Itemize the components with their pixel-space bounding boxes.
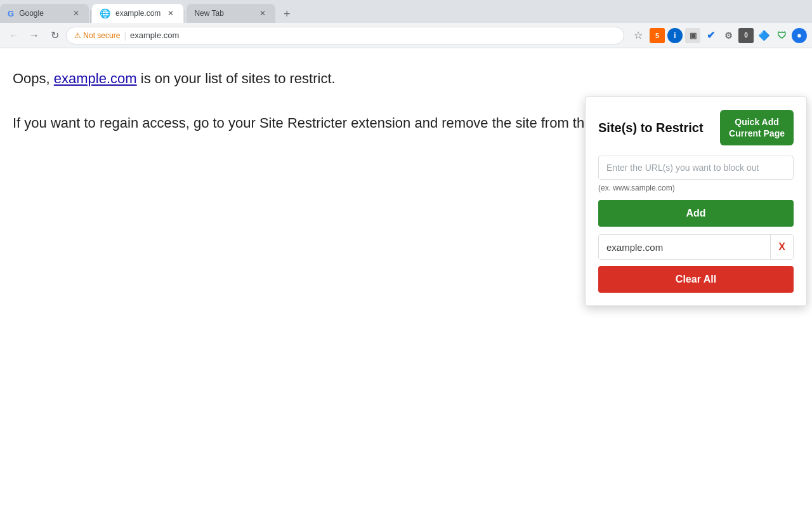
toolbar-icons: ☆ 5 i ▣ ✔ ⚙ 0 🔷 🛡 ● <box>629 27 807 44</box>
tab-example-title: example.com <box>115 9 160 18</box>
url-text: example.com <box>130 30 179 40</box>
new-tab-button[interactable]: + <box>278 5 296 23</box>
extension-popup: Site(s) to Restrict Quick Add Current Pa… <box>585 97 807 306</box>
main-area: Oops, example.com is on your list of sit… <box>0 48 812 508</box>
tab-newtab[interactable]: New Tab ✕ <box>187 4 275 23</box>
address-bar: ← → ↻ ⚠ Not secure | example.com ☆ 5 i ▣… <box>0 23 812 48</box>
ext-settings-icon[interactable]: ⚙ <box>721 28 736 43</box>
back-button[interactable]: ← <box>5 27 23 44</box>
tab-separator-1 <box>90 10 91 23</box>
tab-example-close[interactable]: ✕ <box>166 8 176 18</box>
ext-shield-icon[interactable]: 5 <box>650 28 665 43</box>
add-button[interactable]: Add <box>598 200 794 227</box>
security-warning: ⚠ Not secure <box>74 31 120 40</box>
popup-title: Site(s) to Restrict <box>598 121 704 135</box>
ext-info-icon[interactable]: i <box>667 28 683 43</box>
tab-separator-2 <box>185 10 185 23</box>
example-favicon: 🌐 <box>100 8 110 18</box>
ext-tablet-icon[interactable]: ▣ <box>685 28 700 43</box>
popup-header: Site(s) to Restrict Quick Add Current Pa… <box>598 110 794 145</box>
ext-v-icon[interactable]: ✔ <box>703 28 718 43</box>
tab-google[interactable]: G Google ✕ <box>0 4 89 23</box>
tab-bar: G Google ✕ 🌐 example.com ✕ New Tab ✕ + <box>0 0 812 23</box>
tab-example[interactable]: 🌐 example.com ✕ <box>92 4 183 23</box>
blocked-site-url: example.com <box>599 236 770 259</box>
bookmark-icon[interactable]: ☆ <box>629 27 647 44</box>
remove-site-button[interactable]: X <box>770 235 793 259</box>
url-separator: | <box>124 30 126 41</box>
blocked-site-row: example.com X <box>598 234 794 260</box>
quick-add-button[interactable]: Quick Add Current Page <box>720 110 794 145</box>
tab-newtab-title: New Tab <box>194 9 252 18</box>
refresh-button[interactable]: ↻ <box>46 27 63 44</box>
ext-badge-icon[interactable]: 0 <box>738 28 754 43</box>
blocked-sites-list: example.com X <box>598 234 794 260</box>
forward-button[interactable]: → <box>25 27 43 44</box>
tab-google-title: Google <box>19 9 66 18</box>
url-example: (ex. www.sample.com) <box>598 184 794 192</box>
profile-icon[interactable]: ● <box>792 28 807 43</box>
browser-chrome: G Google ✕ 🌐 example.com ✕ New Tab ✕ + ←… <box>0 0 812 48</box>
google-favicon: G <box>8 9 14 18</box>
page-link[interactable]: example.com <box>54 70 137 86</box>
tab-newtab-close[interactable]: ✕ <box>258 8 268 18</box>
ext-shield2-icon[interactable]: 🛡 <box>774 28 789 43</box>
ext-puzzle-icon[interactable]: 🔷 <box>756 28 771 43</box>
url-bar[interactable]: ⚠ Not secure | example.com <box>66 27 624 44</box>
message-line1: Oops, example.com is on your list of sit… <box>13 67 799 90</box>
clear-all-button[interactable]: Clear All <box>598 266 794 293</box>
tab-google-close[interactable]: ✕ <box>71 8 81 18</box>
url-input[interactable] <box>598 156 794 180</box>
